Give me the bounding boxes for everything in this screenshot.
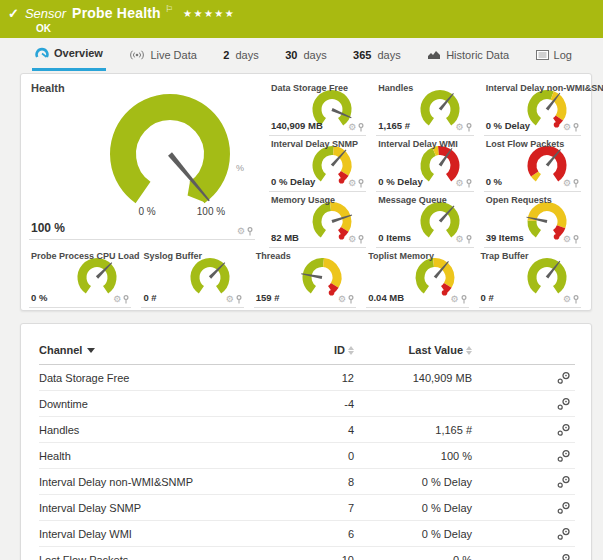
gear-icon[interactable]: ⚙ [456,123,464,132]
pin-icon[interactable] [466,179,472,188]
health-gauge: % [95,90,245,222]
tab-overview[interactable]: Overview [32,39,106,71]
gauge-label: Interval Delay non-WMI&SNMP [486,83,603,93]
channel-settings-icon[interactable] [556,397,571,411]
tab-label: days [303,49,326,61]
pin-icon[interactable] [247,227,253,236]
gauge-cell: Trap Buffer 0 # ⚙ [479,248,581,308]
gauge [411,255,459,299]
gear-icon[interactable]: ⚙ [226,295,234,304]
gauge-label: Toplist Memory [368,251,434,261]
table-row[interactable]: Data Storage Free 12 140,909 MB [39,365,575,391]
health-gauge-cell: Health % 0 % 100 % 100 % ⚙ [29,80,255,240]
channel-settings-icon[interactable] [556,527,571,541]
gauge [298,255,346,299]
pin-icon[interactable] [466,235,472,244]
channel-last-value: 100 % [354,450,472,462]
tab-30-days[interactable]: 30 days [282,39,330,71]
tab-2-days[interactable]: 2 days [220,39,261,71]
sort-icon [466,346,472,355]
gear-icon[interactable]: ⚙ [456,179,464,188]
pin-icon[interactable] [461,295,467,304]
pin-icon[interactable] [358,235,364,244]
gauge-cell: Open Requests 39 Items ⚙ [484,192,581,248]
channel-settings-icon[interactable] [556,449,571,463]
gauge-value: 1,165 # [378,120,410,131]
channel-name[interactable]: Handles [39,424,279,436]
gauge-label: Threads [256,251,291,261]
tab-live-data[interactable]: Live Data [126,39,199,71]
channel-settings-icon[interactable] [556,553,571,560]
pin-icon[interactable] [348,295,354,304]
pin-icon[interactable] [358,123,364,132]
tab-number: 2 [223,49,229,61]
channel-id: 12 [279,372,354,384]
gear-icon[interactable]: ⚙ [563,295,571,304]
gear-icon[interactable]: ⚙ [348,179,356,188]
gauge-value: 159 # [256,292,280,303]
channel-last-value: 0 % Delay [354,502,472,514]
table-row[interactable]: Health 0 100 % [39,443,575,469]
gear-icon[interactable]: ⚙ [113,295,121,304]
pin-icon[interactable] [358,179,364,188]
tab-label: Historic Data [446,49,509,61]
tab-historic-data[interactable]: Historic Data [424,39,512,71]
channel-name[interactable]: Data Storage Free [39,372,279,384]
gear-icon[interactable]: ⚙ [456,235,464,244]
column-header-last-value[interactable]: Last Value [354,344,472,356]
flag-icon[interactable]: ⚐ [165,4,173,14]
table-row[interactable]: Lost Flow Packets 10 0 % [39,547,575,560]
gauge-label: Interval Delay WMI [378,139,458,149]
gauge-cell: Lost Flow Packets 0 % ⚙ [484,136,581,192]
table-row[interactable]: Interval Delay non-WMI&SNMP 8 0 % Delay [39,469,575,495]
channel-name[interactable]: Downtime [39,398,279,410]
channel-name[interactable]: Interval Delay WMI [39,528,279,540]
gear-icon[interactable]: ⚙ [563,123,571,132]
gauge-cell: Data Storage Free 140,909 MB ⚙ [269,80,366,136]
column-label: Channel [39,344,82,356]
pin-icon[interactable] [236,295,242,304]
tab-log[interactable]: Log [533,39,575,71]
gauge-cell: Threads 159 # ⚙ [254,248,356,308]
channel-settings-icon[interactable] [556,371,571,385]
pin-icon[interactable] [573,295,579,304]
gear-icon[interactable]: ⚙ [338,295,346,304]
channel-name[interactable]: Lost Flow Packets [39,554,279,560]
gear-icon[interactable]: ⚙ [237,227,245,236]
gear-icon[interactable]: ⚙ [563,235,571,244]
pin-icon[interactable] [573,179,579,188]
table-row[interactable]: Interval Delay WMI 6 0 % Delay [39,521,575,547]
gauge-label: Interval Delay SNMP [271,139,358,149]
table-row[interactable]: Interval Delay SNMP 7 0 % Delay [39,495,575,521]
gauge-cell: Interval Delay non-WMI&SNMP 0 % Delay ⚙ [484,80,581,136]
tab-365-days[interactable]: 365 days [350,39,404,71]
table-row[interactable]: Handles 4 1,165 # [39,417,575,443]
gear-icon[interactable]: ⚙ [348,235,356,244]
channel-settings-icon[interactable] [556,423,571,437]
gauge-label: Handles [378,83,413,93]
channel-id: 10 [279,554,354,560]
pin-icon[interactable] [123,295,129,304]
priority-stars[interactable]: ★★★★★ [183,8,235,19]
gauge-value: 140,909 MB [271,120,323,131]
gear-icon[interactable]: ⚙ [348,123,356,132]
column-header-id[interactable]: ID [279,344,354,356]
pin-icon[interactable] [573,235,579,244]
gauge-value: 39 Items [486,232,524,243]
pin-icon[interactable] [466,123,472,132]
pin-icon[interactable] [573,123,579,132]
table-row[interactable]: Downtime -4 [39,391,575,417]
tab-label: days [377,49,400,61]
gauge-label: Data Storage Free [271,83,348,93]
channel-settings-icon[interactable] [556,501,571,515]
channel-name[interactable]: Interval Delay SNMP [39,502,279,514]
gear-icon[interactable]: ⚙ [451,295,459,304]
gauge-cell: Syslog Buffer 0 # ⚙ [141,248,243,308]
channel-name[interactable]: Health [39,450,279,462]
channel-settings-icon[interactable] [556,475,571,489]
column-label: Last Value [409,344,463,356]
channel-name[interactable]: Interval Delay non-WMI&SNMP [39,476,279,488]
column-header-channel[interactable]: Channel [39,344,279,356]
gear-icon[interactable]: ⚙ [563,179,571,188]
channel-id: 4 [279,424,354,436]
